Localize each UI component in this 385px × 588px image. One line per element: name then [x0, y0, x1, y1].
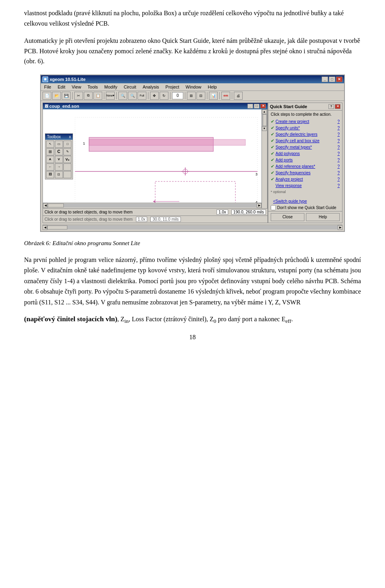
- toolbox-v2-btn[interactable]: Vₓ: [63, 156, 71, 163]
- toolbar-new-btn[interactable]: 📄: [43, 92, 51, 100]
- toolbar-cut-btn[interactable]: ✂: [74, 92, 83, 100]
- scroll-up-arrow[interactable]: ▲: [262, 109, 267, 114]
- outer-scroll-track-h[interactable]: [47, 226, 338, 230]
- toolbox-img-btn[interactable]: 🖼: [46, 171, 54, 178]
- toolbox-v-btn[interactable]: V: [55, 156, 63, 163]
- qsg-link-2[interactable]: Specify dielectric layers: [276, 132, 336, 137]
- qsg-question-7[interactable]: ?: [337, 164, 340, 169]
- qsg-switch-link[interactable]: <Switch guide type: [271, 198, 309, 204]
- qsg-link-6[interactable]: Add ports: [276, 158, 336, 162]
- title-bar-buttons[interactable]: _ □ ✕: [322, 77, 342, 82]
- toolbox-add-btn[interactable]: ⊞: [46, 148, 54, 155]
- toolbox-arrow2-btn[interactable]: →: [55, 163, 63, 171]
- qsg-link-9[interactable]: Analyze project: [276, 177, 336, 181]
- p3h-sub: eff: [286, 318, 292, 324]
- menu-window[interactable]: Window: [184, 84, 203, 90]
- scroll-down-arrow[interactable]: ▼: [262, 126, 267, 131]
- canvas-area[interactable]: 1 3 4: [43, 109, 267, 208]
- toolbox-close-btn[interactable]: x: [69, 135, 71, 139]
- scroll-thumb-h[interactable]: [48, 203, 64, 207]
- qsg-link-7[interactable]: Add reference planes*: [276, 164, 336, 169]
- menu-project[interactable]: Project: [164, 84, 181, 90]
- scroll-right-arrow[interactable]: ▶: [257, 203, 261, 208]
- qsg-question-5[interactable]: ?: [337, 151, 340, 156]
- toolbar-rotate-btn[interactable]: ↻: [160, 92, 168, 100]
- scroll-track-h[interactable]: [48, 203, 257, 207]
- qsg-question-6[interactable]: ?: [337, 158, 340, 162]
- qsg-link-5[interactable]: Add polygons: [276, 151, 336, 156]
- canvas-scrollbar-h[interactable]: ◀ ▶: [43, 203, 261, 208]
- scroll-thumb-v[interactable]: [263, 114, 267, 126]
- qsg-link-4[interactable]: Specify metal types*: [276, 145, 336, 149]
- canvas-scrollbar-v[interactable]: ▲ ▼: [261, 109, 267, 208]
- qsg-dont-show-checkbox[interactable]: [271, 205, 276, 210]
- toolbar-zoomin-btn[interactable]: 🔍: [118, 92, 127, 100]
- inner-minimize-btn[interactable]: _: [247, 104, 253, 109]
- outer-scroll-thumb-h[interactable]: [47, 226, 67, 230]
- toolbar-print-btn[interactable]: 🖨: [234, 92, 243, 100]
- qsg-question-4[interactable]: ?: [337, 145, 340, 149]
- qsg-question-9[interactable]: ?: [337, 177, 340, 181]
- toolbar-move-btn[interactable]: ✥: [150, 92, 159, 100]
- outer-scroll-right[interactable]: ▶: [338, 225, 342, 230]
- menu-tools[interactable]: Tools: [86, 84, 99, 90]
- menu-help[interactable]: Help: [206, 84, 219, 90]
- toolbar-chart-btn[interactable]: 📊: [209, 92, 218, 100]
- qsg-help-icon[interactable]: ?: [328, 104, 334, 109]
- inner-maximize-btn[interactable]: □: [254, 104, 259, 109]
- toolbox-c-btn[interactable]: C: [55, 148, 63, 155]
- qsg-link-8[interactable]: Specify frequencies: [276, 171, 336, 175]
- scroll-left-arrow[interactable]: ◀: [43, 203, 48, 208]
- toolbar-grid-btn[interactable]: ⊞: [187, 92, 196, 100]
- qsg-question-2[interactable]: ?: [337, 132, 340, 137]
- qsg-close-btn[interactable]: ✕: [335, 104, 340, 109]
- inner-close-btn[interactable]: ✕: [260, 104, 266, 109]
- svg-text:3: 3: [255, 172, 257, 176]
- qsg-close-button[interactable]: Close: [271, 213, 304, 221]
- outer-scrollbar-h[interactable]: ◀ ▶: [43, 225, 342, 230]
- toolbox-select-btn[interactable]: ↖: [46, 141, 54, 148]
- menu-file[interactable]: File: [43, 84, 53, 90]
- toolbar-new2-btn[interactable]: New▾: [106, 92, 115, 100]
- toolbox-rect-btn[interactable]: □: [63, 141, 71, 148]
- toolbar-number-input[interactable]: [172, 92, 183, 99]
- toolbox-poly-btn[interactable]: ▭: [55, 141, 63, 148]
- toolbox-arrow-btn[interactable]: ←: [46, 163, 54, 171]
- toolbar-copy-btn[interactable]: ⧉: [84, 92, 93, 100]
- toolbar-sep-6: [185, 92, 185, 99]
- qsg-question-1[interactable]: ?: [337, 126, 340, 130]
- close-button[interactable]: ✕: [336, 77, 342, 82]
- toolbar-em-btn[interactable]: em: [221, 92, 230, 100]
- qsg-help-button[interactable]: Help: [306, 213, 340, 221]
- toolbox-a-btn[interactable]: A: [46, 156, 54, 163]
- qsg-question-3[interactable]: ?: [337, 139, 340, 143]
- qsg-check-7: ✔: [271, 164, 274, 169]
- qsg-link-1[interactable]: Specify units*: [276, 126, 336, 130]
- menu-modify[interactable]: Modify: [103, 84, 119, 90]
- qsg-link-10[interactable]: View response: [276, 183, 336, 188]
- qsg-title-buttons[interactable]: ? ✕: [328, 104, 340, 109]
- qsg-question-0[interactable]: ?: [337, 119, 340, 124]
- menu-view[interactable]: View: [70, 84, 83, 90]
- scroll-track-v[interactable]: [262, 114, 267, 126]
- outer-scroll-left[interactable]: ◀: [43, 225, 47, 230]
- toolbar-paste-btn[interactable]: 📋: [93, 92, 102, 100]
- toolbar-grid2-btn[interactable]: ⊟: [197, 92, 205, 100]
- menu-circuit[interactable]: Circuit: [122, 84, 138, 90]
- toolbar-open-btn[interactable]: 📂: [52, 92, 61, 100]
- qsg-item-3: ✔ Specify cell and box size ?: [271, 138, 340, 143]
- qsg-link-0[interactable]: Create new project: [276, 119, 336, 124]
- toolbox-edit-btn[interactable]: ✎: [63, 148, 71, 155]
- qsg-link-3[interactable]: Specify cell and box size: [276, 139, 336, 143]
- qsg-question-8[interactable]: ?: [337, 171, 340, 175]
- toolbar-zoomout-btn[interactable]: 🔍: [128, 92, 137, 100]
- menu-analysis[interactable]: Analysis: [141, 84, 161, 90]
- maximize-button[interactable]: □: [329, 77, 335, 82]
- toolbox-crop-btn[interactable]: ⊡: [55, 171, 63, 178]
- menu-edit[interactable]: Edit: [56, 84, 67, 90]
- minimize-button[interactable]: _: [322, 77, 328, 82]
- inner-title-buttons[interactable]: _ □ ✕: [247, 104, 266, 109]
- qsg-question-10[interactable]: ?: [337, 183, 340, 188]
- toolbar-save-btn[interactable]: 💾: [62, 92, 71, 100]
- toolbar-fit-btn[interactable]: Full: [138, 92, 146, 100]
